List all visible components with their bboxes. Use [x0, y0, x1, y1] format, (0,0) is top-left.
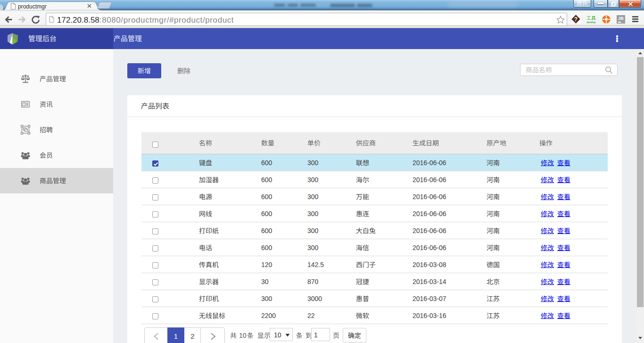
- svg-text:?: ?: [574, 16, 578, 23]
